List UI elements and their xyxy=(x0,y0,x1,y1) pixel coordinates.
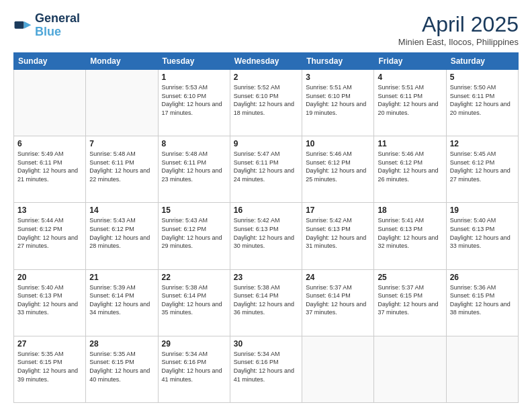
calendar-cell: 19Sunrise: 5:40 AM Sunset: 6:13 PM Dayli… xyxy=(446,203,518,269)
day-number: 29 xyxy=(162,339,226,349)
calendar-week-4: 20Sunrise: 5:40 AM Sunset: 6:13 PM Dayli… xyxy=(14,269,519,336)
day-number: 5 xyxy=(450,73,515,82)
logo-line2: Blue xyxy=(35,26,80,39)
day-info: Sunrise: 5:38 AM Sunset: 6:14 PM Dayligh… xyxy=(234,283,298,317)
header: General Blue April 2025 Minien East, Ilo… xyxy=(13,12,519,47)
calendar-cell: 18Sunrise: 5:41 AM Sunset: 6:13 PM Dayli… xyxy=(374,203,446,269)
day-number: 3 xyxy=(306,73,370,82)
calendar-cell: 8Sunrise: 5:48 AM Sunset: 6:11 PM Daylig… xyxy=(158,136,230,203)
day-number: 16 xyxy=(234,205,298,215)
day-info: Sunrise: 5:43 AM Sunset: 6:12 PM Dayligh… xyxy=(89,216,154,250)
day-info: Sunrise: 5:38 AM Sunset: 6:14 PM Dayligh… xyxy=(162,283,226,317)
day-info: Sunrise: 5:49 AM Sunset: 6:11 PM Dayligh… xyxy=(17,150,82,183)
calendar-cell: 14Sunrise: 5:43 AM Sunset: 6:12 PM Dayli… xyxy=(86,203,158,269)
calendar-week-2: 6Sunrise: 5:49 AM Sunset: 6:11 PM Daylig… xyxy=(14,136,519,203)
day-number: 24 xyxy=(306,273,370,282)
calendar-header-monday: Monday xyxy=(86,53,158,70)
day-number: 27 xyxy=(17,339,82,349)
subtitle: Minien East, Ilocos, Philippines xyxy=(398,37,519,47)
day-number: 4 xyxy=(378,73,442,82)
calendar-cell: 20Sunrise: 5:40 AM Sunset: 6:13 PM Dayli… xyxy=(14,269,86,336)
calendar-cell: 11Sunrise: 5:46 AM Sunset: 6:12 PM Dayli… xyxy=(374,136,446,203)
day-info: Sunrise: 5:46 AM Sunset: 6:12 PM Dayligh… xyxy=(306,150,370,183)
day-number: 10 xyxy=(306,139,370,148)
calendar-cell: 2Sunrise: 5:52 AM Sunset: 6:10 PM Daylig… xyxy=(230,70,302,136)
calendar-cell: 29Sunrise: 5:34 AM Sunset: 6:16 PM Dayli… xyxy=(158,336,230,402)
day-number: 26 xyxy=(450,273,515,282)
day-number: 19 xyxy=(450,205,515,215)
calendar-week-3: 13Sunrise: 5:44 AM Sunset: 6:12 PM Dayli… xyxy=(14,203,519,269)
calendar-cell xyxy=(14,70,86,136)
day-info: Sunrise: 5:47 AM Sunset: 6:11 PM Dayligh… xyxy=(234,150,298,183)
day-number: 17 xyxy=(306,205,370,215)
day-info: Sunrise: 5:44 AM Sunset: 6:12 PM Dayligh… xyxy=(17,216,82,250)
calendar-cell: 25Sunrise: 5:37 AM Sunset: 6:15 PM Dayli… xyxy=(374,269,446,336)
day-info: Sunrise: 5:42 AM Sunset: 6:13 PM Dayligh… xyxy=(234,216,298,250)
calendar-cell xyxy=(86,70,158,136)
day-info: Sunrise: 5:48 AM Sunset: 6:11 PM Dayligh… xyxy=(89,150,154,183)
day-number: 21 xyxy=(89,273,154,282)
calendar-cell: 24Sunrise: 5:37 AM Sunset: 6:14 PM Dayli… xyxy=(302,269,374,336)
day-info: Sunrise: 5:53 AM Sunset: 6:10 PM Dayligh… xyxy=(162,83,226,117)
calendar-header-sunday: Sunday xyxy=(14,53,86,70)
calendar-header-thursday: Thursday xyxy=(302,53,374,70)
day-info: Sunrise: 5:37 AM Sunset: 6:15 PM Dayligh… xyxy=(378,283,442,317)
day-info: Sunrise: 5:48 AM Sunset: 6:11 PM Dayligh… xyxy=(162,150,226,183)
calendar-cell xyxy=(302,336,374,402)
day-number: 12 xyxy=(450,139,515,148)
calendar-cell: 28Sunrise: 5:35 AM Sunset: 6:15 PM Dayli… xyxy=(86,336,158,402)
calendar-cell: 26Sunrise: 5:36 AM Sunset: 6:15 PM Dayli… xyxy=(446,269,518,336)
logo-text: General Blue xyxy=(35,12,80,39)
calendar-cell: 22Sunrise: 5:38 AM Sunset: 6:14 PM Dayli… xyxy=(158,269,230,336)
day-info: Sunrise: 5:40 AM Sunset: 6:13 PM Dayligh… xyxy=(450,216,515,250)
calendar-cell xyxy=(446,336,518,402)
day-number: 25 xyxy=(378,273,442,282)
day-number: 6 xyxy=(17,139,82,148)
month-title: April 2025 xyxy=(398,12,519,37)
calendar-cell: 15Sunrise: 5:43 AM Sunset: 6:12 PM Dayli… xyxy=(158,203,230,269)
calendar-cell: 23Sunrise: 5:38 AM Sunset: 6:14 PM Dayli… xyxy=(230,269,302,336)
day-info: Sunrise: 5:50 AM Sunset: 6:11 PM Dayligh… xyxy=(450,83,515,117)
calendar-week-1: 1Sunrise: 5:53 AM Sunset: 6:10 PM Daylig… xyxy=(14,70,519,136)
day-info: Sunrise: 5:35 AM Sunset: 6:15 PM Dayligh… xyxy=(89,350,154,383)
svg-marker-1 xyxy=(24,21,32,29)
calendar-cell: 6Sunrise: 5:49 AM Sunset: 6:11 PM Daylig… xyxy=(14,136,86,203)
day-number: 2 xyxy=(234,73,298,82)
day-number: 15 xyxy=(162,205,226,215)
day-number: 14 xyxy=(89,205,154,215)
logo: General Blue xyxy=(13,12,80,39)
day-info: Sunrise: 5:41 AM Sunset: 6:13 PM Dayligh… xyxy=(378,216,442,250)
day-number: 23 xyxy=(234,273,298,282)
day-number: 9 xyxy=(234,139,298,148)
day-number: 18 xyxy=(378,205,442,215)
page: General Blue April 2025 Minien East, Ilo… xyxy=(0,0,532,411)
day-number: 1 xyxy=(162,73,226,82)
calendar-cell: 17Sunrise: 5:42 AM Sunset: 6:13 PM Dayli… xyxy=(302,203,374,269)
calendar-cell: 12Sunrise: 5:45 AM Sunset: 6:12 PM Dayli… xyxy=(446,136,518,203)
day-info: Sunrise: 5:36 AM Sunset: 6:15 PM Dayligh… xyxy=(450,283,515,317)
day-info: Sunrise: 5:34 AM Sunset: 6:16 PM Dayligh… xyxy=(162,350,226,383)
calendar-cell: 7Sunrise: 5:48 AM Sunset: 6:11 PM Daylig… xyxy=(86,136,158,203)
day-info: Sunrise: 5:52 AM Sunset: 6:10 PM Dayligh… xyxy=(234,83,298,117)
day-number: 13 xyxy=(17,205,82,215)
calendar-header-friday: Friday xyxy=(374,53,446,70)
day-info: Sunrise: 5:42 AM Sunset: 6:13 PM Dayligh… xyxy=(306,216,370,250)
calendar-cell: 5Sunrise: 5:50 AM Sunset: 6:11 PM Daylig… xyxy=(446,70,518,136)
calendar-header-wednesday: Wednesday xyxy=(230,53,302,70)
calendar-cell: 9Sunrise: 5:47 AM Sunset: 6:11 PM Daylig… xyxy=(230,136,302,203)
day-number: 30 xyxy=(234,339,298,349)
day-number: 20 xyxy=(17,273,82,282)
calendar-cell: 3Sunrise: 5:51 AM Sunset: 6:10 PM Daylig… xyxy=(302,70,374,136)
calendar-cell: 4Sunrise: 5:51 AM Sunset: 6:11 PM Daylig… xyxy=(374,70,446,136)
calendar-cell xyxy=(374,336,446,402)
day-info: Sunrise: 5:46 AM Sunset: 6:12 PM Dayligh… xyxy=(378,150,442,183)
calendar-week-5: 27Sunrise: 5:35 AM Sunset: 6:15 PM Dayli… xyxy=(14,336,519,402)
day-info: Sunrise: 5:35 AM Sunset: 6:15 PM Dayligh… xyxy=(17,350,82,383)
calendar-header-saturday: Saturday xyxy=(446,53,518,70)
logo-line1: General xyxy=(35,12,80,26)
title-area: April 2025 Minien East, Ilocos, Philippi… xyxy=(398,12,519,47)
day-info: Sunrise: 5:39 AM Sunset: 6:14 PM Dayligh… xyxy=(89,283,154,317)
svg-rect-0 xyxy=(15,21,24,29)
day-info: Sunrise: 5:34 AM Sunset: 6:16 PM Dayligh… xyxy=(234,350,298,383)
calendar-cell: 10Sunrise: 5:46 AM Sunset: 6:12 PM Dayli… xyxy=(302,136,374,203)
